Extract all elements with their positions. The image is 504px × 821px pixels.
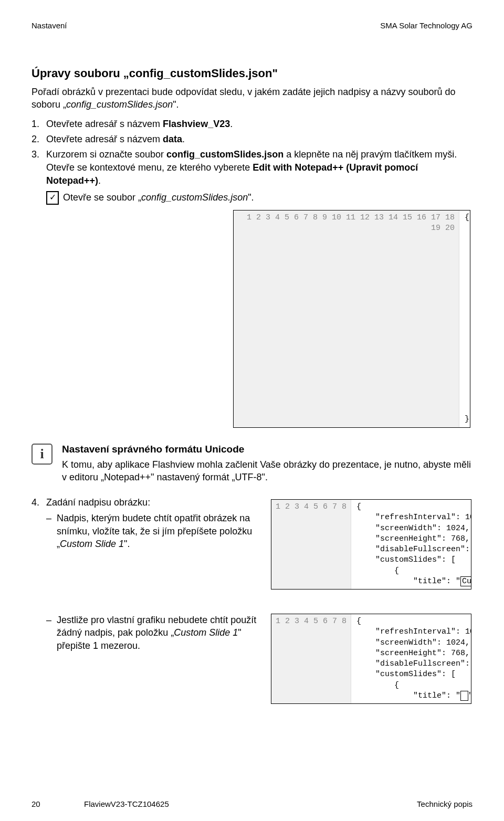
check-text-a: Otevře se soubor „ xyxy=(63,192,141,203)
step-text: Kurzorem si označte soubor xyxy=(46,149,166,160)
code-gutter: 1 2 3 4 5 6 7 8 xyxy=(271,500,351,589)
info-title: Nastavení správného formátu Unicode xyxy=(62,444,472,455)
step-text-c: . xyxy=(98,175,101,186)
step-bold: config_customSlides.json xyxy=(166,149,284,160)
page-footer: 20 FlaviewV23-TCZ104625 Technický popis xyxy=(32,799,472,808)
check-icon: ✓ xyxy=(46,191,59,205)
code-highlight xyxy=(460,691,468,701)
check-filename: config_customSlides.json xyxy=(141,192,248,203)
code-gutter: 1 2 3 4 5 6 7 8 9 10 11 12 13 14 15 16 1… xyxy=(234,210,459,427)
header-right: SMA Solar Technology AG xyxy=(380,21,472,30)
code-body: { "refreshInterval": 10, "screenWidth": … xyxy=(459,210,470,427)
step-4-block-1: 4. Zadání nadpisu obrázku: – Nadpis, kte… xyxy=(32,496,472,600)
result-row: ✓ Otevře se soubor „config_customSlides.… xyxy=(32,191,472,205)
page-header: Nastavení SMA Solar Technology AG xyxy=(32,21,472,30)
sub-text-b: ". xyxy=(124,539,130,549)
step-4-block-2: – Jestliže pro vlastní grafiku nebudete … xyxy=(32,611,472,714)
info-icon: i xyxy=(32,444,52,465)
intro-text-b: ". xyxy=(173,99,178,110)
step-bold: data xyxy=(163,134,182,144)
code-pre: { "refreshInterval": 10, "screenWidth": … xyxy=(356,502,471,586)
info-box: i Nastavení správného formátu Unicode K … xyxy=(32,444,472,484)
info-body-text: K tomu, aby aplikace Flashview mohla zač… xyxy=(62,458,472,484)
step-text-b: . xyxy=(230,119,233,129)
intro-filename: config_customSlides.json xyxy=(66,99,173,110)
code-body: { "refreshInterval": 10, "screenWidth": … xyxy=(351,614,471,703)
code-post: ", xyxy=(468,691,471,700)
dash-icon: – xyxy=(46,512,57,550)
code-block-3: 1 2 3 4 5 6 7 8 { "refreshInterval": 10,… xyxy=(271,614,471,704)
code-block-1: 1 2 3 4 5 6 7 8 9 10 11 12 13 14 15 16 1… xyxy=(233,210,470,428)
step-text-b: . xyxy=(182,134,185,144)
code-highlight: Custom Slide 1 xyxy=(460,576,471,586)
code-pre: { "refreshInterval": 10, "screenWidth": … xyxy=(356,617,471,700)
step-text: Otevřete adresář s názvem xyxy=(46,134,163,144)
step-text: Otevřete adresář s názvem xyxy=(46,119,163,129)
step-3: 3. Kurzorem si označte soubor config_cus… xyxy=(32,148,472,188)
intro-paragraph: Pořadí obrázků v prezentaci bude odpovíd… xyxy=(32,86,472,111)
step-4-text: Zadání nadpisu obrázku: xyxy=(46,496,264,509)
step-1: 1. Otevřete adresář s názvem Flashview_V… xyxy=(32,118,472,131)
step-number: 3. xyxy=(32,148,46,188)
dash-icon: – xyxy=(46,614,57,652)
sub-filename: Custom Slide 1 xyxy=(174,627,238,638)
step-number: 1. xyxy=(32,118,46,131)
step-bold: Flashview_V23 xyxy=(163,119,230,129)
sub-filename: Custom Slide 1 xyxy=(60,539,124,549)
footer-page-number: 20 xyxy=(32,799,40,808)
section-title: Úpravy souboru „config_customSlides.json… xyxy=(32,67,472,80)
header-left: Nastavení xyxy=(32,21,67,30)
step-number: 4. xyxy=(32,496,46,509)
steps-list: 1. Otevřete adresář s názvem Flashview_V… xyxy=(32,118,472,428)
check-text-b: ". xyxy=(248,192,254,203)
code-block-2: 1 2 3 4 5 6 7 8 { "refreshInterval": 10,… xyxy=(271,499,471,590)
step-number: 2. xyxy=(32,133,46,146)
footer-doc-id: FlaviewV23-TCZ104625 xyxy=(84,799,169,808)
step-2: 2. Otevřete adresář s názvem data. xyxy=(32,133,472,146)
footer-doc-type: Technický popis xyxy=(417,799,472,808)
code-gutter: 1 2 3 4 5 6 7 8 xyxy=(271,614,351,703)
code-body: { "refreshInterval": 10, "screenWidth": … xyxy=(351,500,471,589)
